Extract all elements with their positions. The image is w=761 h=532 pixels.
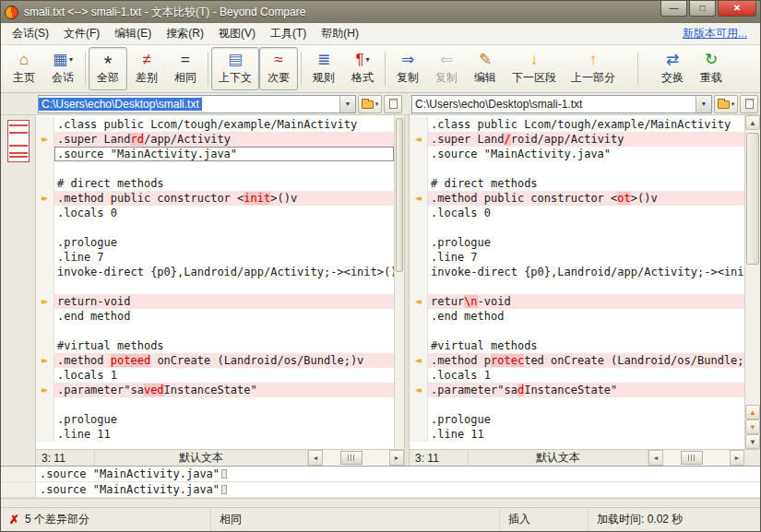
- left-code-line[interactable]: [36, 397, 394, 412]
- left-vscroll-thumb[interactable]: [396, 118, 403, 272]
- diff-arrow-left-icon[interactable]: ◄: [410, 294, 428, 309]
- right-code-line[interactable]: [410, 161, 744, 176]
- left-code-line[interactable]: .class public Lcom/tough/example/MainAct…: [36, 117, 394, 132]
- right-code-line[interactable]: .locals 1: [410, 368, 744, 383]
- right-code-line[interactable]: .class public Lcom/tough/example/MainAct…: [410, 117, 744, 132]
- right-code-line[interactable]: # direct methods: [410, 176, 744, 191]
- diff-overview-map[interactable]: [1, 115, 36, 466]
- toolbar-copy-left-button[interactable]: ⇐复制: [427, 47, 466, 90]
- menu-item-edit[interactable]: 编辑(E): [107, 23, 159, 44]
- scroll-up-icon[interactable]: ▲: [745, 115, 760, 130]
- left-code-line[interactable]: ►.super Landrd/app/Activity: [36, 132, 394, 147]
- toolbar-format-button[interactable]: ¶▾格式: [343, 47, 382, 90]
- left-code-line[interactable]: .line 11: [36, 427, 394, 442]
- scroll-left-icon[interactable]: ◄: [308, 450, 323, 466]
- left-code-line[interactable]: ►.method poteed onCreate (Landroid/os/Bu…: [36, 353, 394, 368]
- left-code-line[interactable]: [36, 220, 394, 235]
- left-code[interactable]: .class public Lcom/tough/example/MainAct…: [36, 115, 394, 449]
- diff-arrow-left-icon[interactable]: ◄: [410, 353, 428, 368]
- minimize-button[interactable]: —: [660, 1, 687, 17]
- right-code-line[interactable]: ◄.method public constructor <ot>()v: [410, 191, 744, 206]
- left-path-combobox[interactable]: C:\Users\echo\Desktop\smali.txt ▼: [38, 95, 356, 113]
- left-vertical-scrollbar[interactable]: [394, 115, 404, 449]
- diff-arrow-left-icon[interactable]: ◄: [410, 383, 428, 397]
- prev-diff-icon[interactable]: ▲: [745, 405, 760, 420]
- maximize-button[interactable]: □: [689, 1, 716, 17]
- toolbar-rules-button[interactable]: ≣规则: [304, 47, 343, 90]
- right-path-dropdown-icon[interactable]: ▼: [696, 96, 711, 112]
- right-code[interactable]: .class public Lcom/tough/example/MainAct…: [410, 115, 744, 449]
- diff-arrow-right-icon[interactable]: ►: [36, 191, 54, 206]
- diff-arrow-right-icon[interactable]: ►: [36, 353, 54, 368]
- right-code-line[interactable]: #virtual methods: [410, 338, 744, 353]
- line-details-left-row[interactable]: .source "MainActivity.java": [1, 467, 760, 482]
- left-file-info-button[interactable]: [384, 95, 402, 113]
- right-path-combobox[interactable]: C:\Users\echo\Desktop\smali-1.txt ▼: [411, 95, 712, 113]
- scroll-right-icon[interactable]: ►: [730, 450, 744, 466]
- left-code-line[interactable]: [36, 279, 394, 294]
- left-code-line[interactable]: [36, 324, 394, 338]
- right-format-label[interactable]: 默认文本: [469, 450, 648, 466]
- left-code-line[interactable]: ►.parameter"savedInstanceState": [36, 383, 394, 397]
- right-code-line[interactable]: .locals 0: [410, 206, 744, 220]
- left-code-line[interactable]: .line 7: [36, 250, 394, 265]
- diff-arrow-left-icon[interactable]: ◄: [410, 132, 428, 147]
- left-vscroll-track[interactable]: [395, 115, 404, 449]
- menu-item-tools[interactable]: 工具(T): [263, 23, 314, 44]
- left-code-line[interactable]: .source "MainActivity.java": [36, 147, 394, 161]
- right-code-line[interactable]: .prologue: [410, 412, 744, 427]
- left-code-line[interactable]: .locals 1: [36, 368, 394, 383]
- toolbar-edit-button[interactable]: ✎编辑: [466, 47, 505, 90]
- update-link[interactable]: 新版本可用...: [683, 26, 747, 41]
- diff-arrow-right-icon[interactable]: ►: [36, 294, 54, 309]
- right-code-line[interactable]: .line 7: [410, 250, 744, 265]
- toolbar-home-button[interactable]: ⌂主页: [5, 47, 43, 90]
- diff-arrow-right-icon[interactable]: ►: [36, 383, 54, 397]
- left-code-line[interactable]: .locals 0: [36, 206, 394, 220]
- right-browse-button[interactable]: ▾: [714, 95, 738, 113]
- toolbar-prev-section-button[interactable]: ↑上一部分: [564, 47, 623, 90]
- left-code-line[interactable]: ►return-void: [36, 294, 394, 309]
- left-horizontal-scrollbar[interactable]: ◄ ►: [308, 450, 404, 466]
- toolbar-context-button[interactable]: ▤上下文: [211, 47, 259, 90]
- left-code-line[interactable]: .prologue: [36, 412, 394, 427]
- right-code-line[interactable]: ◄.parameter"sadInstanceState": [410, 383, 744, 397]
- overview-box[interactable]: [7, 120, 30, 162]
- right-code-line[interactable]: [410, 324, 744, 338]
- menu-item-help[interactable]: 帮助(H): [314, 23, 366, 44]
- toolbar-differences-button[interactable]: ≠差别: [127, 47, 166, 90]
- scroll-right-icon[interactable]: ►: [389, 450, 404, 466]
- left-format-label[interactable]: 默认文本: [95, 450, 308, 466]
- toolbar-copy-right-button[interactable]: ⇒复制: [388, 47, 427, 90]
- left-path-dropdown-icon[interactable]: ▼: [339, 96, 355, 112]
- right-horizontal-scrollbar[interactable]: ◄ ►: [648, 450, 744, 466]
- next-diff-icon[interactable]: ▼: [745, 420, 760, 434]
- diff-arrow-left-icon[interactable]: ◄: [410, 191, 428, 206]
- right-code-line[interactable]: ◄.method protected onCreate (Landroid/os…: [410, 353, 744, 368]
- menu-item-file[interactable]: 文件(F): [56, 23, 107, 44]
- left-code-line[interactable]: .end method: [36, 309, 394, 324]
- right-file-info-button[interactable]: [740, 95, 758, 113]
- toolbar-minor-button[interactable]: ≈次要: [259, 47, 298, 90]
- right-code-line[interactable]: invoke-direct {p0},Landroid/app/Activity…: [410, 265, 744, 279]
- right-vertical-scrollbar[interactable]: ▲ ▲ ▼ ▼: [744, 115, 760, 449]
- diff-arrow-right-icon[interactable]: ►: [36, 132, 54, 147]
- left-code-line[interactable]: invoke-direct {p0},Landroid/app/Activity…: [36, 265, 394, 279]
- toolbar-session-button[interactable]: ▦▾会话: [43, 47, 82, 90]
- right-vscroll-track[interactable]: [745, 130, 760, 405]
- menu-item-view[interactable]: 视图(V): [211, 23, 263, 44]
- line-details-right-row[interactable]: .source "MainActivity.java": [1, 482, 760, 498]
- toolbar-same-button[interactable]: =相同: [166, 47, 205, 90]
- left-hscroll-track[interactable]: [323, 450, 389, 466]
- left-browse-button[interactable]: ▾: [358, 95, 382, 113]
- menu-item-session[interactable]: 会话(S): [5, 23, 56, 44]
- right-code-line[interactable]: .prologue: [410, 235, 744, 250]
- left-code-line[interactable]: .prologue: [36, 235, 394, 250]
- scroll-left-icon[interactable]: ◄: [648, 450, 663, 466]
- toolbar-reload-button[interactable]: ↻重载: [692, 47, 731, 90]
- toolbar-swap-button[interactable]: ⇄交换: [653, 47, 692, 90]
- right-code-line[interactable]: [410, 397, 744, 412]
- toolbar-next-section-button[interactable]: ↓下一区段: [505, 47, 564, 90]
- close-button[interactable]: ✕: [718, 1, 756, 17]
- right-code-line[interactable]: [410, 220, 744, 235]
